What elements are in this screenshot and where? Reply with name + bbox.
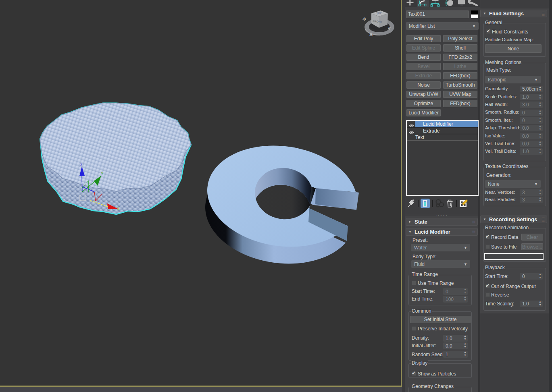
svg-text:z: z: [80, 162, 82, 167]
svg-text:y: y: [101, 171, 103, 175]
svg-text:S: S: [369, 32, 373, 37]
svg-text:x: x: [117, 206, 119, 211]
